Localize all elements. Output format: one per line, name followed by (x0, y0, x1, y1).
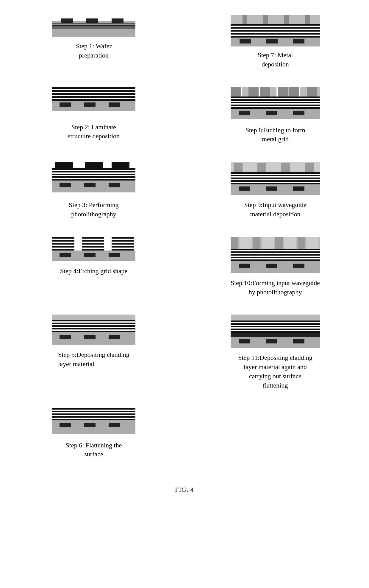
svg-rect-176 (231, 325, 320, 326)
step3-diagram (52, 162, 135, 197)
svg-rect-30 (52, 95, 135, 96)
svg-rect-46 (289, 87, 299, 97)
svg-rect-113 (82, 240, 104, 242)
svg-rect-85 (234, 163, 243, 172)
svg-rect-59 (231, 105, 320, 106)
svg-rect-51 (276, 87, 278, 97)
svg-rect-150 (231, 258, 320, 259)
svg-rect-17 (231, 32, 320, 33)
svg-rect-12 (231, 24, 320, 26)
step11-label: Step 11:Depositing cladding layer materi… (238, 353, 312, 390)
svg-rect-19 (231, 35, 320, 36)
step10-diagram (231, 237, 320, 276)
svg-rect-6 (52, 27, 135, 29)
svg-rect-153 (239, 264, 250, 268)
svg-rect-99 (239, 186, 250, 191)
svg-rect-61 (231, 107, 320, 109)
svg-rect-92 (231, 176, 320, 178)
svg-rect-4 (52, 23, 135, 24)
svg-rect-179 (231, 329, 320, 330)
step1-label: Step 1: Wafer preparation (76, 42, 112, 60)
step4-label: Step 4:Etching grid shape (60, 267, 128, 276)
svg-rect-139 (275, 237, 283, 249)
svg-rect-199 (84, 423, 96, 427)
svg-rect-127 (112, 248, 134, 249)
svg-rect-123 (112, 242, 134, 243)
svg-rect-3 (112, 18, 123, 23)
svg-rect-194 (52, 416, 135, 418)
svg-rect-13 (231, 26, 320, 27)
step10-label: Step 10:Forming input waveguide by photo… (231, 279, 320, 297)
svg-rect-86 (257, 163, 266, 172)
svg-rect-75 (52, 176, 135, 178)
svg-rect-87 (281, 163, 290, 172)
step9-cell: Step 9:Input waveguide material depositi… (187, 159, 363, 222)
svg-rect-44 (271, 87, 276, 97)
step3-label: Step 3: Performing photolithography (69, 200, 118, 219)
svg-rect-74 (52, 175, 135, 176)
svg-rect-48 (307, 87, 317, 97)
svg-rect-198 (60, 423, 71, 427)
svg-rect-143 (231, 249, 320, 250)
svg-rect-147 (231, 254, 320, 256)
svg-rect-20 (231, 36, 320, 38)
svg-rect-145 (231, 251, 320, 253)
svg-rect-112 (82, 239, 104, 240)
svg-rect-54 (231, 98, 320, 99)
svg-rect-146 (231, 253, 320, 254)
svg-rect-101 (293, 186, 304, 191)
svg-rect-18 (231, 33, 320, 35)
step4-cell: Step 4:Etching grid shape (6, 234, 182, 300)
svg-rect-72 (52, 172, 135, 174)
step11-diagram (231, 315, 320, 350)
svg-rect-193 (52, 415, 135, 416)
step7-diagram (231, 15, 320, 48)
svg-rect-196 (52, 419, 135, 420)
svg-rect-115 (82, 243, 104, 245)
svg-rect-50 (259, 87, 260, 97)
svg-rect-163 (52, 327, 135, 328)
svg-rect-107 (52, 245, 74, 246)
step2-cell: Step 2: Laminate structure deposition (6, 84, 182, 147)
svg-rect-8 (243, 15, 247, 24)
svg-rect-135 (231, 237, 238, 249)
svg-rect-42 (248, 87, 259, 97)
svg-rect-103 (52, 239, 74, 240)
svg-rect-60 (231, 106, 320, 107)
svg-rect-169 (84, 335, 96, 339)
step7-label: Step 7: Metal deposition (258, 51, 293, 69)
svg-rect-136 (240, 237, 251, 249)
svg-rect-14 (231, 27, 320, 29)
svg-rect-138 (262, 237, 274, 249)
svg-rect-80 (84, 183, 96, 187)
svg-rect-142 (307, 237, 318, 249)
svg-rect-124 (112, 243, 134, 245)
svg-rect-144 (231, 250, 320, 251)
svg-rect-158 (52, 320, 135, 321)
svg-rect-187 (231, 343, 320, 348)
svg-rect-195 (52, 418, 135, 419)
svg-rect-165 (52, 329, 135, 331)
svg-rect-137 (253, 237, 260, 249)
svg-rect-121 (112, 239, 134, 240)
svg-rect-29 (52, 93, 135, 95)
svg-rect-159 (52, 321, 135, 323)
svg-rect-118 (82, 248, 104, 249)
svg-rect-114 (82, 242, 104, 243)
svg-rect-28 (52, 92, 135, 93)
svg-rect-31 (52, 96, 135, 98)
svg-rect-67 (85, 162, 103, 168)
svg-rect-140 (284, 237, 296, 249)
svg-rect-81 (109, 183, 120, 187)
svg-rect-10 (284, 15, 289, 24)
svg-rect-68 (112, 162, 129, 168)
svg-rect-166 (52, 331, 135, 332)
svg-rect-63 (239, 111, 250, 115)
svg-rect-117 (82, 246, 104, 248)
svg-rect-16 (231, 30, 320, 32)
svg-rect-180 (231, 330, 320, 331)
svg-rect-102 (52, 237, 74, 239)
svg-rect-95 (231, 180, 320, 182)
svg-rect-40 (231, 87, 241, 97)
svg-rect-33 (52, 99, 135, 101)
